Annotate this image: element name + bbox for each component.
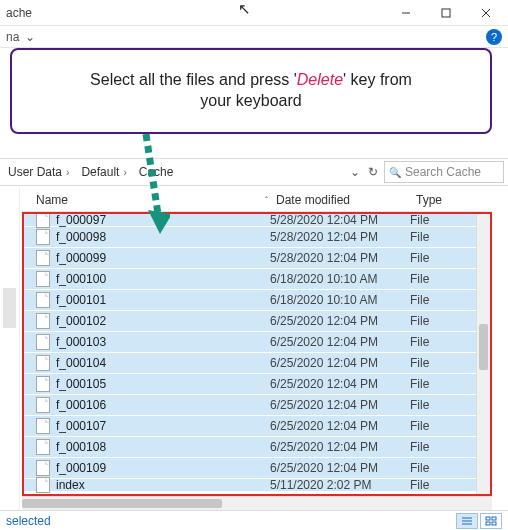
file-name-cell: index (36, 477, 270, 493)
file-date-cell: 6/18/2020 10:10 AM (270, 293, 410, 307)
file-date-cell: 5/28/2020 12:04 PM (270, 251, 410, 265)
column-label: Date modified (276, 193, 350, 207)
column-header-type[interactable]: Type (416, 193, 492, 207)
file-name-cell: f_000101 (36, 292, 270, 308)
file-date-cell: 6/25/2020 12:04 PM (270, 314, 410, 328)
file-name: index (56, 478, 85, 492)
file-row[interactable]: f_0001036/25/2020 12:04 PMFile (24, 332, 476, 353)
file-row[interactable]: f_0000985/28/2020 12:04 PMFile (24, 227, 476, 248)
breadcrumb-item-cache[interactable]: Cache (135, 165, 178, 179)
file-name-cell: f_000098 (36, 229, 270, 245)
callout-emphasis: Delete (297, 71, 343, 88)
vertical-scrollbar[interactable] (476, 214, 490, 494)
column-label: Type (416, 193, 442, 207)
file-name-cell: f_000105 (36, 376, 270, 392)
file-icon (36, 460, 50, 476)
file-row[interactable]: f_0000995/28/2020 12:04 PMFile (24, 248, 476, 269)
file-type-cell: File (410, 377, 476, 391)
file-icon (36, 271, 50, 287)
file-icon (36, 376, 50, 392)
view-large-button[interactable] (480, 513, 502, 529)
breadcrumb-label: User Data (8, 165, 62, 179)
breadcrumb-item-default[interactable]: Default › (77, 165, 134, 179)
file-name-cell: f_000097 (36, 214, 270, 228)
file-icon (36, 334, 50, 350)
file-row[interactable]: f_0001066/25/2020 12:04 PMFile (24, 395, 476, 416)
breadcrumb-item-userdata[interactable]: User Data › (4, 165, 77, 179)
maximize-button[interactable] (426, 0, 466, 26)
help-icon[interactable]: ? (486, 29, 502, 45)
search-box[interactable]: 🔍 (384, 161, 504, 183)
file-row[interactable]: f_0001016/18/2020 10:10 AMFile (24, 290, 476, 311)
nav-pane[interactable] (0, 188, 20, 510)
svg-rect-10 (492, 517, 496, 520)
ribbon-tab-partial[interactable]: na (6, 30, 19, 44)
file-row[interactable]: f_0001006/18/2020 10:10 AMFile (24, 269, 476, 290)
window-title: ache (6, 6, 386, 20)
file-row[interactable]: f_0001086/25/2020 12:04 PMFile (24, 437, 476, 458)
callout-line1-after: ' key from (343, 71, 412, 88)
file-type-cell: File (410, 461, 476, 475)
view-details-button[interactable] (456, 513, 478, 529)
file-icon (36, 355, 50, 371)
file-type-cell: File (410, 214, 476, 227)
svg-rect-12 (492, 522, 496, 525)
file-type-cell: File (410, 356, 476, 370)
breadcrumb-label: Default (81, 165, 119, 179)
file-row[interactable]: f_0001096/25/2020 12:04 PMFile (24, 458, 476, 479)
svg-rect-11 (486, 522, 490, 525)
refresh-icon[interactable]: ↻ (368, 165, 378, 179)
scroll-thumb[interactable] (479, 324, 488, 370)
file-icon (36, 250, 50, 266)
file-type-cell: File (410, 314, 476, 328)
column-header-date[interactable]: Date modified (276, 193, 416, 207)
column-header-name[interactable]: Name ˆ (36, 193, 276, 207)
file-type-cell: File (410, 272, 476, 286)
search-input[interactable] (405, 165, 495, 179)
file-name: f_000104 (56, 356, 106, 370)
callout-line2: your keyboard (200, 92, 301, 109)
file-name: f_000099 (56, 251, 106, 265)
nav-scroll-thumb[interactable] (3, 288, 16, 328)
file-name-cell: f_000104 (36, 355, 270, 371)
file-row[interactable]: f_0001076/25/2020 12:04 PMFile (24, 416, 476, 437)
file-name-cell: f_000100 (36, 271, 270, 287)
address-dropdown-icon[interactable]: ⌄ (350, 165, 360, 179)
chevron-right-icon[interactable]: › (66, 167, 69, 178)
file-list-area: f_0000975/28/2020 12:04 PMFilef_0000985/… (22, 212, 492, 496)
file-row[interactable]: index5/11/2020 2:02 PMFile (24, 479, 476, 492)
file-icon (36, 439, 50, 455)
breadcrumb-label: Cache (139, 165, 174, 179)
file-type-cell: File (410, 478, 476, 492)
file-row[interactable]: f_0001056/25/2020 12:04 PMFile (24, 374, 476, 395)
file-date-cell: 6/25/2020 12:04 PM (270, 440, 410, 454)
chevron-down-icon[interactable]: ⌄ (25, 30, 35, 44)
file-name: f_000107 (56, 419, 106, 433)
file-row[interactable]: f_0001026/25/2020 12:04 PMFile (24, 311, 476, 332)
file-type-cell: File (410, 440, 476, 454)
file-name: f_000109 (56, 461, 106, 475)
file-row[interactable]: f_0001046/25/2020 12:04 PMFile (24, 353, 476, 374)
file-type-cell: File (410, 398, 476, 412)
chevron-right-icon[interactable]: › (123, 167, 126, 178)
horizontal-scrollbar[interactable] (22, 496, 492, 510)
file-icon (36, 477, 50, 493)
file-name: f_000097 (56, 214, 106, 227)
column-label: Name (36, 193, 68, 207)
file-name-cell: f_000103 (36, 334, 270, 350)
file-name: f_000102 (56, 314, 106, 328)
minimize-button[interactable] (386, 0, 426, 26)
file-name-cell: f_000109 (36, 460, 270, 476)
file-icon (36, 313, 50, 329)
file-date-cell: 6/25/2020 12:04 PM (270, 461, 410, 475)
file-type-cell: File (410, 230, 476, 244)
close-button[interactable] (466, 0, 506, 26)
file-name: f_000101 (56, 293, 106, 307)
file-row[interactable]: f_0000975/28/2020 12:04 PMFile (24, 214, 476, 227)
scroll-thumb[interactable] (22, 499, 222, 508)
file-name: f_000108 (56, 440, 106, 454)
svg-rect-9 (486, 517, 490, 520)
ribbon-row: na ⌄ ? (0, 26, 508, 48)
file-list[interactable]: f_0000975/28/2020 12:04 PMFilef_0000985/… (24, 214, 476, 494)
svg-rect-1 (442, 9, 450, 17)
